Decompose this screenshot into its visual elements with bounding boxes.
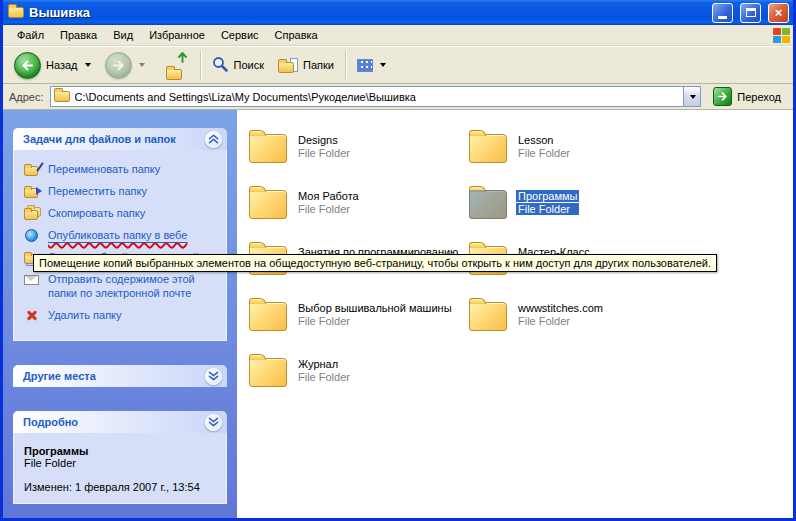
folder-icon	[469, 190, 507, 219]
menu-file[interactable]: Файл	[9, 26, 52, 44]
address-dropdown-button[interactable]	[683, 87, 700, 106]
menu-tools[interactable]: Сервис	[213, 26, 267, 44]
file-item[interactable]: ЖурналFile Folder	[249, 352, 469, 408]
file-tasks-title: Задачи для файлов и папок	[23, 133, 176, 145]
file-list: DesignsFile Folder Моя РаботаFile Folder…	[237, 110, 793, 518]
maximize-button[interactable]	[740, 3, 761, 23]
back-icon	[14, 52, 41, 79]
rename-icon	[24, 162, 42, 176]
titlebar: Вышивка ×	[3, 0, 793, 25]
task-pane: Задачи для файлов и папок Переименовать …	[3, 110, 237, 518]
other-places-panel: Другие места	[13, 365, 227, 387]
details-header[interactable]: Подробно	[13, 411, 227, 433]
views-button[interactable]	[350, 49, 393, 81]
details-body: Программы File Folder Изменен: 1 февраля…	[13, 433, 227, 504]
expand-chevron-icon[interactable]	[205, 368, 222, 385]
file-item-selected[interactable]: ПрограммыFile Folder	[469, 184, 689, 240]
minimize-button[interactable]	[712, 3, 733, 23]
folders-button[interactable]: Папки	[271, 49, 341, 81]
search-button[interactable]: Поиск	[205, 49, 271, 81]
folder-icon	[249, 358, 287, 387]
file-item[interactable]: wwwstitches.comFile Folder	[469, 296, 689, 352]
go-label: Переход	[737, 91, 781, 103]
menu-view[interactable]: Вид	[105, 26, 141, 44]
address-folder-icon	[54, 91, 70, 102]
details-modified: Изменен: 1 февраля 2007 г., 13:54	[24, 481, 218, 493]
email-icon	[24, 272, 42, 286]
other-places-header[interactable]: Другие места	[13, 365, 227, 387]
up-icon	[159, 50, 189, 80]
file-item[interactable]: Моя РаботаFile Folder	[249, 184, 469, 240]
address-bar: Адрес: C:\Documents and Settings\Liza\My…	[3, 84, 793, 110]
details-title: Подробно	[23, 416, 78, 428]
forward-button[interactable]	[98, 49, 152, 81]
file-item[interactable]: LessonFile Folder	[469, 128, 689, 184]
menu-edit[interactable]: Правка	[52, 26, 105, 44]
file-tasks-panel: Задачи для файлов и папок Переименовать …	[13, 128, 227, 341]
details-type: File Folder	[24, 457, 218, 469]
menu-favorites[interactable]: Избранное	[141, 26, 213, 44]
views-dropdown-icon	[380, 63, 386, 67]
back-dropdown-icon	[85, 63, 91, 67]
file-item[interactable]: DesignsFile Folder	[249, 128, 469, 184]
collapse-chevron-icon[interactable]	[205, 131, 222, 148]
copy-icon	[24, 206, 42, 220]
folder-icon	[469, 302, 507, 331]
folder-icon	[249, 134, 287, 163]
forward-dropdown-icon	[139, 63, 145, 67]
views-icon	[357, 59, 373, 72]
folders-icon	[278, 58, 298, 73]
menubar: Файл Правка Вид Избранное Сервис Справка	[3, 25, 793, 46]
copy-folder-task[interactable]: Скопировать папку	[24, 206, 218, 220]
back-label: Назад	[46, 59, 78, 71]
search-icon	[212, 56, 229, 75]
window-body: Задачи для файлов и папок Переименовать …	[3, 110, 793, 518]
expand-chevron-icon[interactable]	[205, 414, 222, 431]
window-folder-icon	[8, 7, 24, 18]
publish-folder-link[interactable]: Опубликовать папку в вебе	[48, 228, 187, 242]
rename-folder-task[interactable]: Переименовать папку	[24, 162, 218, 176]
file-tasks-header[interactable]: Задачи для файлов и папок	[13, 128, 227, 150]
close-button[interactable]: ×	[768, 3, 789, 23]
address-input[interactable]: C:\Documents and Settings\Liza\My Docume…	[50, 86, 702, 107]
go-button[interactable]: Переход	[707, 87, 787, 106]
move-icon	[24, 184, 42, 198]
delete-folder-task[interactable]: Удалить папку	[24, 308, 218, 322]
folders-label: Папки	[303, 59, 334, 71]
toolbar: Назад Поиск Папки	[3, 46, 793, 84]
back-button[interactable]: Назад	[7, 49, 98, 81]
dropdown-caret-icon	[690, 95, 696, 99]
folder-icon	[249, 190, 287, 219]
go-icon	[713, 87, 732, 106]
maximize-icon	[746, 8, 756, 17]
toolbar-separator	[200, 51, 201, 79]
window-title: Вышивка	[29, 5, 705, 20]
menu-help[interactable]: Справка	[267, 26, 326, 44]
folder-icon	[249, 302, 287, 331]
address-path: C:\Documents and Settings\Liza\My Docume…	[75, 91, 679, 103]
folder-icon	[469, 134, 507, 163]
search-label: Поиск	[234, 59, 264, 71]
details-name: Программы	[24, 445, 218, 457]
explorer-window: Вышивка × Файл Правка Вид Избранное Серв…	[0, 0, 796, 521]
windows-logo-icon	[773, 28, 790, 43]
publish-folder-task[interactable]: Опубликовать папку в вебе	[24, 228, 218, 242]
details-panel: Подробно Программы File Folder Изменен: …	[13, 411, 227, 504]
address-label: Адрес:	[9, 91, 44, 103]
email-folder-task[interactable]: Отправить содержимое этой папки по элект…	[24, 272, 218, 300]
toolbar-separator	[345, 51, 346, 79]
file-tasks-body: Переименовать папку Переместить папку Ск…	[13, 150, 227, 341]
up-button[interactable]	[152, 49, 196, 81]
delete-icon	[24, 308, 42, 322]
publish-web-icon	[24, 228, 42, 242]
tooltip: Помещение копий выбранных элементов на о…	[33, 254, 717, 272]
other-places-title: Другие места	[23, 370, 96, 382]
minimize-icon	[718, 16, 727, 19]
forward-icon	[105, 52, 132, 79]
move-folder-task[interactable]: Переместить папку	[24, 184, 218, 198]
file-item[interactable]: Выбор вышивальной машиныFile Folder	[249, 296, 469, 352]
